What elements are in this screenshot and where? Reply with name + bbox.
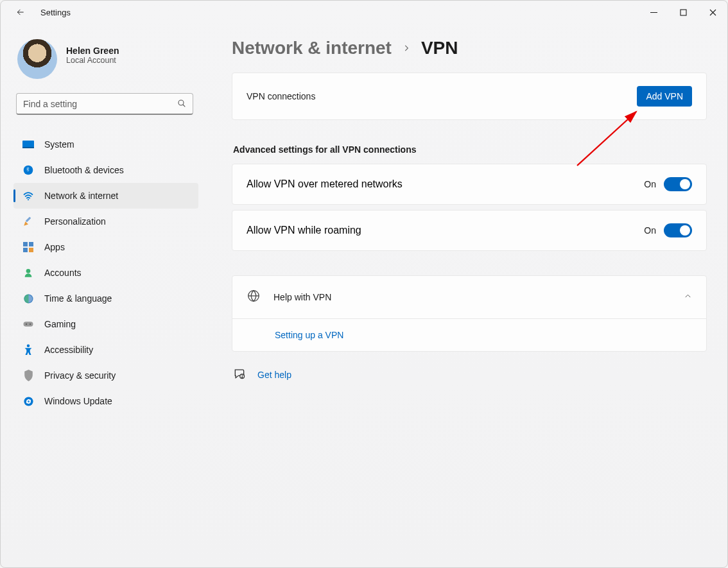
metered-toggle-row: Allow VPN over metered networks On [232, 164, 707, 205]
nav-label: System [44, 139, 74, 150]
nav-item-accessibility[interactable]: Accessibility [13, 337, 198, 363]
nav-label: Windows Update [44, 396, 112, 406]
nav-label: Accounts [44, 268, 82, 278]
svg-point-20 [27, 344, 30, 347]
svg-rect-6 [22, 141, 34, 148]
apps-icon [22, 241, 34, 253]
nav-label: Apps [44, 242, 65, 252]
titlebar: Settings [1, 1, 727, 24]
nav-label: Gaming [44, 319, 76, 329]
body: Helen Green Local Account System Bluetoo… [1, 24, 727, 567]
nav-item-bluetooth[interactable]: Bluetooth & devices [13, 157, 198, 183]
svg-point-19 [30, 323, 31, 325]
svg-point-24 [242, 377, 243, 377]
app-title: Settings [40, 8, 71, 17]
nav-item-gaming[interactable]: Gaming [13, 311, 198, 337]
chevron-up-icon [684, 291, 692, 303]
roaming-state: On [644, 225, 656, 236]
svg-rect-7 [22, 147, 34, 148]
system-icon [22, 139, 34, 150]
svg-point-4 [178, 100, 184, 105]
maximize-button[interactable] [668, 2, 698, 22]
metered-label: Allow VPN over metered networks [247, 178, 403, 190]
nav-label: Network & internet [44, 191, 118, 201]
metered-state: On [644, 179, 656, 189]
vpn-connections-label: VPN connections [247, 91, 315, 101]
nav-list: System Bluetooth & devices Network & int… [13, 132, 198, 414]
profile-block[interactable]: Helen Green Local Account [13, 39, 198, 79]
svg-rect-14 [29, 248, 33, 252]
nav-item-apps[interactable]: Apps [13, 234, 198, 260]
roaming-toggle[interactable] [664, 223, 692, 237]
globe-icon [247, 289, 261, 306]
svg-point-15 [26, 269, 31, 273]
roaming-toggle-row: Allow VPN while roaming On [232, 210, 707, 251]
minimize-button[interactable] [639, 2, 668, 22]
gaming-icon [22, 318, 34, 330]
settings-window: Settings Helen Green Local Account [0, 0, 728, 568]
network-icon [22, 190, 34, 202]
svg-point-9 [28, 199, 29, 200]
close-button[interactable] [698, 2, 727, 22]
breadcrumb: Network & internet VPN [232, 38, 707, 58]
help-expander-header[interactable]: Help with VPN [232, 276, 706, 318]
avatar [17, 39, 57, 79]
profile-name: Helen Green [66, 46, 119, 56]
nav-item-update[interactable]: Windows Update [13, 388, 198, 414]
breadcrumb-current: VPN [421, 38, 458, 58]
svg-rect-10 [26, 217, 31, 222]
accounts-icon [22, 267, 34, 279]
privacy-icon [22, 370, 34, 381]
time-icon [22, 293, 34, 304]
vpn-connections-card: VPN connections Add VPN [232, 73, 707, 120]
svg-rect-17 [24, 322, 33, 327]
help-expander-body: Setting up a VPN [232, 318, 706, 351]
nav-item-personalization[interactable]: Personalization [13, 209, 198, 234]
nav-item-privacy[interactable]: Privacy & security [13, 363, 198, 388]
add-vpn-button[interactable]: Add VPN [637, 86, 692, 107]
svg-rect-11 [23, 242, 28, 246]
accessibility-icon [22, 344, 34, 356]
nav-label: Time & language [44, 293, 112, 304]
nav-label: Privacy & security [44, 370, 116, 381]
breadcrumb-parent[interactable]: Network & internet [232, 38, 392, 58]
nav-item-time[interactable]: Time & language [13, 286, 198, 311]
sidebar: Helen Green Local Account System Bluetoo… [1, 24, 206, 567]
personalization-icon [22, 216, 34, 227]
nav-label: Accessibility [44, 345, 93, 355]
search-input[interactable] [16, 93, 193, 115]
window-controls [639, 2, 727, 22]
advanced-heading: Advanced settings for all VPN connection… [233, 144, 707, 155]
get-help-link[interactable]: Get help [257, 370, 291, 380]
search-icon [177, 98, 187, 111]
back-icon[interactable] [16, 8, 25, 17]
help-header-label: Help with VPN [273, 292, 671, 302]
help-icon [233, 367, 246, 383]
search-box [16, 93, 193, 115]
metered-toggle[interactable] [664, 177, 692, 191]
setup-vpn-link[interactable]: Setting up a VPN [275, 330, 343, 340]
svg-point-18 [26, 323, 27, 325]
bluetooth-icon [22, 164, 34, 176]
svg-rect-13 [23, 248, 28, 252]
chevron-right-icon [402, 41, 411, 56]
profile-subtitle: Local Account [66, 56, 119, 65]
svg-point-8 [24, 166, 33, 175]
svg-rect-12 [29, 242, 33, 246]
svg-rect-1 [680, 10, 686, 15]
nav-item-network[interactable]: Network & internet [13, 183, 198, 209]
nav-item-accounts[interactable]: Accounts [13, 260, 198, 286]
update-icon [22, 395, 34, 407]
roaming-label: Allow VPN while roaming [247, 225, 361, 236]
nav-label: Personalization [44, 216, 106, 227]
get-help-row[interactable]: Get help [232, 366, 707, 383]
svg-line-5 [183, 105, 185, 107]
content-pane: Network & internet VPN VPN connections A… [206, 24, 727, 567]
help-expander: Help with VPN Setting up a VPN [232, 275, 707, 352]
nav-label: Bluetooth & devices [44, 165, 124, 175]
nav-item-system[interactable]: System [13, 132, 198, 157]
